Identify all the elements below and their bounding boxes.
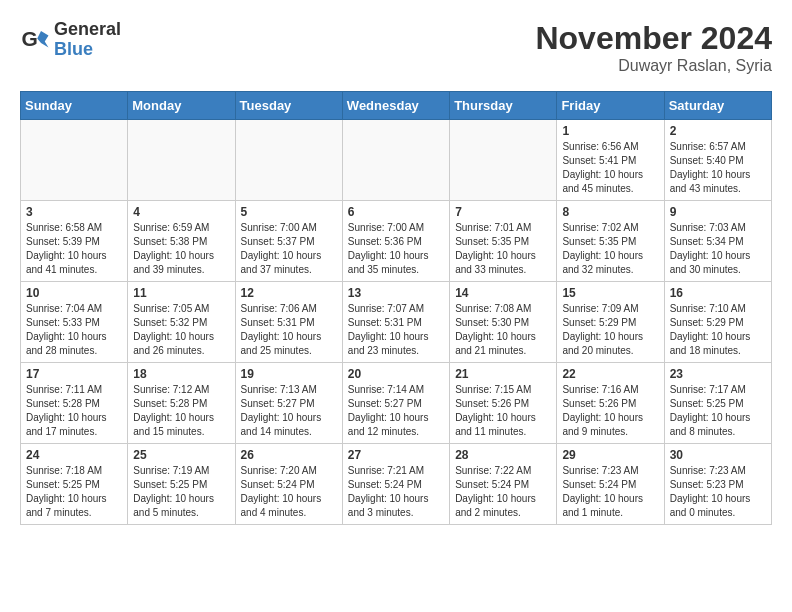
day-info: Sunrise: 7:03 AM Sunset: 5:34 PM Dayligh… — [670, 221, 766, 277]
logo: G General Blue — [20, 20, 121, 60]
day-info: Sunrise: 7:02 AM Sunset: 5:35 PM Dayligh… — [562, 221, 658, 277]
calendar-day-cell: 11Sunrise: 7:05 AM Sunset: 5:32 PM Dayli… — [128, 282, 235, 363]
day-number: 5 — [241, 205, 337, 219]
calendar-day-cell: 12Sunrise: 7:06 AM Sunset: 5:31 PM Dayli… — [235, 282, 342, 363]
calendar-day-cell: 27Sunrise: 7:21 AM Sunset: 5:24 PM Dayli… — [342, 444, 449, 525]
location-subtitle: Duwayr Raslan, Syria — [535, 57, 772, 75]
day-info: Sunrise: 7:09 AM Sunset: 5:29 PM Dayligh… — [562, 302, 658, 358]
calendar-day-cell: 10Sunrise: 7:04 AM Sunset: 5:33 PM Dayli… — [21, 282, 128, 363]
calendar-day-cell: 13Sunrise: 7:07 AM Sunset: 5:31 PM Dayli… — [342, 282, 449, 363]
day-info: Sunrise: 6:57 AM Sunset: 5:40 PM Dayligh… — [670, 140, 766, 196]
calendar-day-cell: 18Sunrise: 7:12 AM Sunset: 5:28 PM Dayli… — [128, 363, 235, 444]
weekday-header-friday: Friday — [557, 92, 664, 120]
day-info: Sunrise: 7:14 AM Sunset: 5:27 PM Dayligh… — [348, 383, 444, 439]
calendar-day-cell: 1Sunrise: 6:56 AM Sunset: 5:41 PM Daylig… — [557, 120, 664, 201]
day-info: Sunrise: 7:07 AM Sunset: 5:31 PM Dayligh… — [348, 302, 444, 358]
day-number: 12 — [241, 286, 337, 300]
day-info: Sunrise: 7:11 AM Sunset: 5:28 PM Dayligh… — [26, 383, 122, 439]
day-number: 20 — [348, 367, 444, 381]
calendar-day-cell: 5Sunrise: 7:00 AM Sunset: 5:37 PM Daylig… — [235, 201, 342, 282]
day-info: Sunrise: 7:06 AM Sunset: 5:31 PM Dayligh… — [241, 302, 337, 358]
calendar-table: SundayMondayTuesdayWednesdayThursdayFrid… — [20, 91, 772, 525]
calendar-week-4: 24Sunrise: 7:18 AM Sunset: 5:25 PM Dayli… — [21, 444, 772, 525]
day-number: 30 — [670, 448, 766, 462]
calendar-day-cell: 6Sunrise: 7:00 AM Sunset: 5:36 PM Daylig… — [342, 201, 449, 282]
day-info: Sunrise: 7:16 AM Sunset: 5:26 PM Dayligh… — [562, 383, 658, 439]
calendar-day-cell: 23Sunrise: 7:17 AM Sunset: 5:25 PM Dayli… — [664, 363, 771, 444]
calendar-day-cell: 20Sunrise: 7:14 AM Sunset: 5:27 PM Dayli… — [342, 363, 449, 444]
calendar-day-cell: 26Sunrise: 7:20 AM Sunset: 5:24 PM Dayli… — [235, 444, 342, 525]
weekday-header-wednesday: Wednesday — [342, 92, 449, 120]
calendar-day-cell: 21Sunrise: 7:15 AM Sunset: 5:26 PM Dayli… — [450, 363, 557, 444]
day-info: Sunrise: 6:58 AM Sunset: 5:39 PM Dayligh… — [26, 221, 122, 277]
calendar-day-cell: 8Sunrise: 7:02 AM Sunset: 5:35 PM Daylig… — [557, 201, 664, 282]
month-title: November 2024 — [535, 20, 772, 57]
day-info: Sunrise: 7:00 AM Sunset: 5:36 PM Dayligh… — [348, 221, 444, 277]
day-number: 24 — [26, 448, 122, 462]
day-info: Sunrise: 7:23 AM Sunset: 5:23 PM Dayligh… — [670, 464, 766, 520]
calendar-day-cell: 17Sunrise: 7:11 AM Sunset: 5:28 PM Dayli… — [21, 363, 128, 444]
calendar-day-cell: 24Sunrise: 7:18 AM Sunset: 5:25 PM Dayli… — [21, 444, 128, 525]
day-info: Sunrise: 7:17 AM Sunset: 5:25 PM Dayligh… — [670, 383, 766, 439]
calendar-day-cell — [235, 120, 342, 201]
day-info: Sunrise: 7:04 AM Sunset: 5:33 PM Dayligh… — [26, 302, 122, 358]
day-number: 18 — [133, 367, 229, 381]
calendar-day-cell: 3Sunrise: 6:58 AM Sunset: 5:39 PM Daylig… — [21, 201, 128, 282]
calendar-day-cell — [128, 120, 235, 201]
weekday-header-thursday: Thursday — [450, 92, 557, 120]
day-number: 17 — [26, 367, 122, 381]
calendar-day-cell: 15Sunrise: 7:09 AM Sunset: 5:29 PM Dayli… — [557, 282, 664, 363]
day-number: 1 — [562, 124, 658, 138]
day-info: Sunrise: 7:12 AM Sunset: 5:28 PM Dayligh… — [133, 383, 229, 439]
day-number: 28 — [455, 448, 551, 462]
day-number: 6 — [348, 205, 444, 219]
calendar-day-cell: 2Sunrise: 6:57 AM Sunset: 5:40 PM Daylig… — [664, 120, 771, 201]
logo-line1: General — [54, 20, 121, 40]
day-number: 10 — [26, 286, 122, 300]
day-number: 21 — [455, 367, 551, 381]
day-number: 26 — [241, 448, 337, 462]
day-number: 14 — [455, 286, 551, 300]
calendar-day-cell: 22Sunrise: 7:16 AM Sunset: 5:26 PM Dayli… — [557, 363, 664, 444]
day-number: 9 — [670, 205, 766, 219]
calendar-day-cell: 16Sunrise: 7:10 AM Sunset: 5:29 PM Dayli… — [664, 282, 771, 363]
day-info: Sunrise: 7:21 AM Sunset: 5:24 PM Dayligh… — [348, 464, 444, 520]
calendar-day-cell: 25Sunrise: 7:19 AM Sunset: 5:25 PM Dayli… — [128, 444, 235, 525]
weekday-header-saturday: Saturday — [664, 92, 771, 120]
calendar-day-cell: 4Sunrise: 6:59 AM Sunset: 5:38 PM Daylig… — [128, 201, 235, 282]
logo-line2: Blue — [54, 40, 121, 60]
day-number: 13 — [348, 286, 444, 300]
day-info: Sunrise: 7:13 AM Sunset: 5:27 PM Dayligh… — [241, 383, 337, 439]
day-number: 7 — [455, 205, 551, 219]
day-number: 15 — [562, 286, 658, 300]
day-number: 27 — [348, 448, 444, 462]
page-header: G General Blue November 2024 Duwayr Rasl… — [20, 20, 772, 75]
day-number: 8 — [562, 205, 658, 219]
day-info: Sunrise: 7:23 AM Sunset: 5:24 PM Dayligh… — [562, 464, 658, 520]
calendar-day-cell: 9Sunrise: 7:03 AM Sunset: 5:34 PM Daylig… — [664, 201, 771, 282]
calendar-day-cell — [450, 120, 557, 201]
logo-icon: G — [20, 25, 50, 55]
calendar-day-cell: 7Sunrise: 7:01 AM Sunset: 5:35 PM Daylig… — [450, 201, 557, 282]
calendar-week-3: 17Sunrise: 7:11 AM Sunset: 5:28 PM Dayli… — [21, 363, 772, 444]
day-number: 25 — [133, 448, 229, 462]
day-info: Sunrise: 6:59 AM Sunset: 5:38 PM Dayligh… — [133, 221, 229, 277]
calendar-day-cell — [342, 120, 449, 201]
day-number: 11 — [133, 286, 229, 300]
calendar-day-cell: 30Sunrise: 7:23 AM Sunset: 5:23 PM Dayli… — [664, 444, 771, 525]
day-number: 2 — [670, 124, 766, 138]
calendar-day-cell: 19Sunrise: 7:13 AM Sunset: 5:27 PM Dayli… — [235, 363, 342, 444]
header-row: SundayMondayTuesdayWednesdayThursdayFrid… — [21, 92, 772, 120]
weekday-header-tuesday: Tuesday — [235, 92, 342, 120]
day-number: 16 — [670, 286, 766, 300]
weekday-header-monday: Monday — [128, 92, 235, 120]
day-info: Sunrise: 7:22 AM Sunset: 5:24 PM Dayligh… — [455, 464, 551, 520]
day-info: Sunrise: 7:20 AM Sunset: 5:24 PM Dayligh… — [241, 464, 337, 520]
calendar-day-cell — [21, 120, 128, 201]
calendar-week-2: 10Sunrise: 7:04 AM Sunset: 5:33 PM Dayli… — [21, 282, 772, 363]
calendar-day-cell: 14Sunrise: 7:08 AM Sunset: 5:30 PM Dayli… — [450, 282, 557, 363]
day-info: Sunrise: 7:15 AM Sunset: 5:26 PM Dayligh… — [455, 383, 551, 439]
svg-marker-1 — [37, 31, 48, 48]
day-number: 22 — [562, 367, 658, 381]
day-number: 23 — [670, 367, 766, 381]
